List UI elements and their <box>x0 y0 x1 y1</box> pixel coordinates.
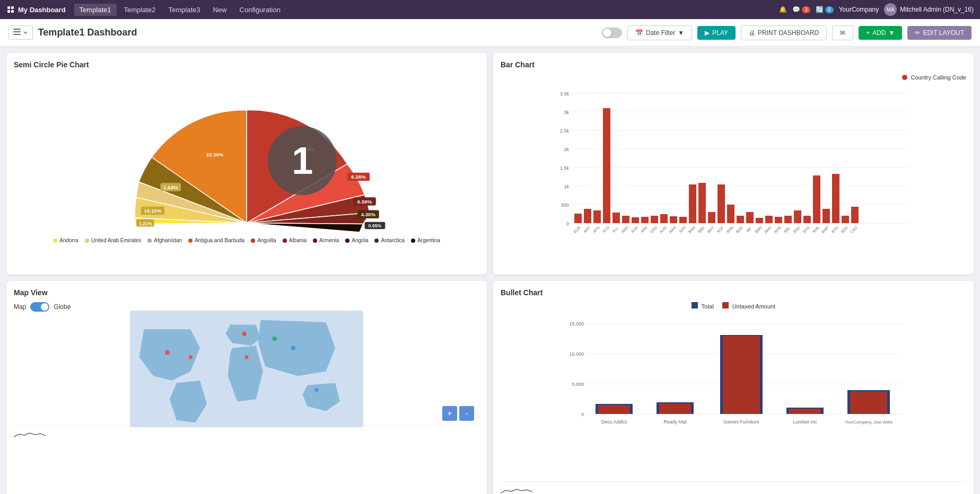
legend-andorra: Andorra <box>53 237 78 243</box>
legend-dot <box>251 239 255 243</box>
world-map-svg <box>14 311 479 427</box>
date-filter-label: Date Filter <box>646 29 675 37</box>
svg-text:Lumber Inc: Lumber Inc <box>793 419 817 425</box>
number-overlay: 1 <box>268 126 337 195</box>
brand-logo[interactable]: My Dashboard <box>6 5 66 14</box>
svg-text:Gemini Furniture: Gemini Furniture <box>723 419 759 425</box>
bar-byn <box>832 174 839 223</box>
bullet-bar-lumber-untaxed <box>789 409 821 414</box>
main-content: Semi Circle Pie Chart 22.29% <box>0 47 980 494</box>
svg-text:Ready Mat: Ready Mat <box>663 419 687 425</box>
pie-svg: 22.29% 22.36% 6.26% 6.59% <box>14 74 479 233</box>
untaxed-legend-label: Untaxed Amount <box>732 303 775 310</box>
chat-icon[interactable]: 💬 3 <box>792 6 810 13</box>
legend-dot <box>374 239 379 243</box>
legend-antarctica: Antarctica <box>374 237 404 243</box>
zoom-out-button[interactable]: - <box>459 406 474 421</box>
legend-label: Albania <box>289 237 307 243</box>
user-info[interactable]: MA Mitchell Admin (DN_v_16) <box>884 3 974 16</box>
svg-text:6.59%: 6.59% <box>357 199 372 205</box>
add-icon: + <box>866 29 870 37</box>
svg-text:2k: 2k <box>564 147 569 152</box>
bar-xof <box>718 184 725 223</box>
svg-rect-0 <box>7 6 10 9</box>
bar-bmd <box>756 218 763 223</box>
svg-text:USD: USD <box>650 226 658 234</box>
zoom-in-button[interactable]: + <box>442 406 457 421</box>
nav-template2[interactable]: Template2 <box>119 4 161 16</box>
bar-chart-svg: 3.5k 3k 2.5k 2k 1.5k 1k 500 0 <box>501 85 966 265</box>
notification-icon[interactable]: 🔔 <box>779 6 787 13</box>
bar-aoa <box>632 217 639 223</box>
svg-text:1k: 1k <box>564 184 569 189</box>
svg-text:3k: 3k <box>564 110 569 115</box>
edit-label: EDIT LAYOUT <box>923 29 964 37</box>
email-button[interactable]: ✉ <box>832 25 853 40</box>
toolbar: Template1 Dashboard 📅 Date Filter ▼ ▶ PL… <box>0 19 980 47</box>
svg-text:BTN: BTN <box>802 226 810 234</box>
bar-usd <box>651 216 658 223</box>
play-label: PLAY <box>712 29 728 37</box>
legend-dot <box>53 239 57 243</box>
svg-text:BBD: BBD <box>697 226 705 234</box>
toggle-knob <box>603 29 611 37</box>
view-toggle[interactable] <box>602 28 622 38</box>
legend-untaxed: Untaxed Amount <box>722 302 775 310</box>
legend-anguilla: Anguilla <box>251 237 276 243</box>
svg-text:BYN: BYN <box>831 226 839 234</box>
svg-text:AUD: AUD <box>659 226 667 234</box>
svg-text:0: 0 <box>581 412 584 417</box>
bullet-chart-panel: Bullet Chart Total Untaxed Amount 15,000… <box>493 281 974 494</box>
menu-button[interactable] <box>8 25 33 40</box>
bullet-bar-deco-untaxed <box>598 405 630 414</box>
add-chevron-icon: ▼ <box>889 29 895 37</box>
bullet-sparkline <box>501 485 532 494</box>
total-legend-square <box>692 302 698 308</box>
semi-pie-panel: Semi Circle Pie Chart 22.29% <box>6 53 487 275</box>
bar-bob <box>775 217 782 223</box>
bar-bgn <box>727 205 734 223</box>
toggle-knob <box>41 303 48 311</box>
svg-text:Deco Addict: Deco Addict <box>601 419 627 425</box>
legend-label: Anguilla <box>257 237 276 243</box>
top-nav-right: 🔔 💬 3 🔄 8 YourCompany MA Mitchell Admin … <box>779 3 974 16</box>
play-icon: ▶ <box>705 29 710 37</box>
legend-total: Total <box>692 302 714 310</box>
bar-aud <box>660 214 668 223</box>
svg-rect-1 <box>11 6 14 9</box>
print-button[interactable]: 🖨 PRINT DASHBOARD <box>741 25 827 40</box>
semi-pie-title: Semi Circle Pie Chart <box>14 60 479 69</box>
bar-aed <box>584 209 591 223</box>
add-button[interactable]: + ADD ▼ <box>859 26 902 40</box>
bar-ars <box>641 217 649 223</box>
nav-template3[interactable]: Template3 <box>163 4 206 16</box>
svg-text:BIF: BIF <box>746 226 752 233</box>
play-button[interactable]: ▶ PLAY <box>697 26 736 40</box>
svg-text:1.64%: 1.64% <box>163 184 178 190</box>
svg-text:500: 500 <box>561 202 569 208</box>
map-container <box>14 316 479 422</box>
nav-new[interactable]: New <box>208 4 232 16</box>
untaxed-legend-square <box>722 302 729 308</box>
date-filter-button[interactable]: 📅 Date Filter ▼ <box>627 25 692 40</box>
bar-chart-title: Bar Chart <box>501 60 966 69</box>
edit-layout-button[interactable]: ✏ EDIT LAYOUT <box>907 26 972 40</box>
bar-afn <box>593 210 601 223</box>
svg-text:YourCompany, Joel Willis: YourCompany, Joel Willis <box>845 420 892 425</box>
svg-text:AZN: AZN <box>678 226 686 234</box>
legend-angola: Angola <box>345 237 368 243</box>
nav-configuration[interactable]: Configuration <box>234 4 286 16</box>
update-icon[interactable]: 🔄 8 <box>816 6 834 13</box>
map-toggle[interactable] <box>30 302 49 312</box>
svg-text:BDT: BDT <box>707 225 715 233</box>
bar-bnd <box>765 216 773 223</box>
bar-cad <box>851 207 859 223</box>
legend-antigua: Antigua and Barbuda <box>188 237 244 243</box>
nav-template1[interactable]: Template1 <box>74 4 117 16</box>
svg-rect-2 <box>7 10 10 13</box>
bullet-bar-ready-untaxed <box>659 403 691 414</box>
svg-text:BAM: BAM <box>687 225 696 234</box>
bar-nok <box>813 175 820 223</box>
svg-text:10,000: 10,000 <box>569 351 584 357</box>
svg-text:4.30%: 4.30% <box>361 211 376 217</box>
